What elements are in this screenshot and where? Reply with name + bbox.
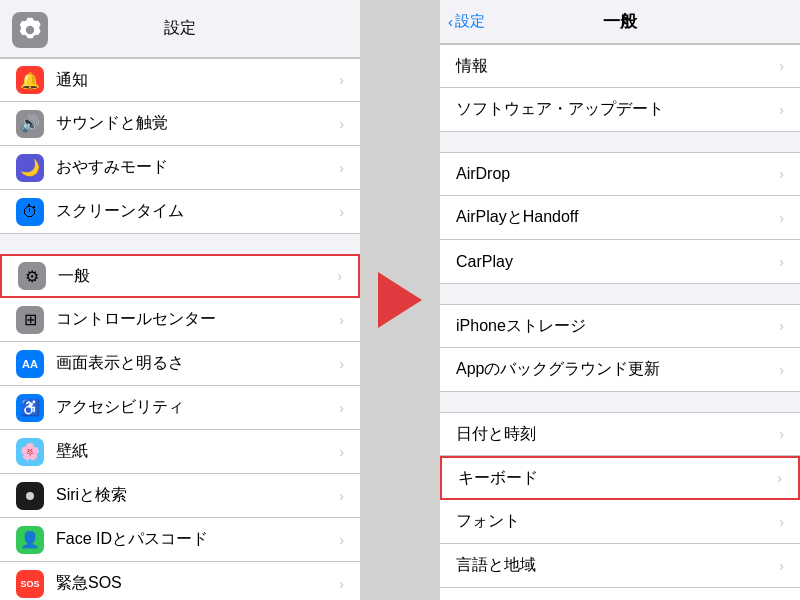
right-group-2: AirDrop › AirPlayとHandoff › CarPlay › <box>440 152 800 284</box>
item-notification[interactable]: 🔔 通知 › <box>0 58 360 102</box>
item-datetime[interactable]: 日付と時刻 › <box>440 412 800 456</box>
svg-point-2 <box>26 492 34 500</box>
chevron-icon: › <box>339 576 344 592</box>
item-dictionary[interactable]: 辞書 › <box>440 588 800 600</box>
chevron-icon: › <box>779 58 784 74</box>
item-wallpaper[interactable]: 🌸 壁紙 › <box>0 430 360 474</box>
screentime-icon: ⏱ <box>16 198 44 226</box>
accessibility-icon: ♿ <box>16 394 44 422</box>
item-language[interactable]: 言語と地域 › <box>440 544 800 588</box>
language-label: 言語と地域 <box>456 555 779 576</box>
datetime-label: 日付と時刻 <box>456 424 779 445</box>
general-icon: ⚙ <box>18 262 46 290</box>
right-panel: ‹ 設定 一般 情報 › ソフトウェア・アップデート › AirDrop › A… <box>440 0 800 600</box>
donotdisturb-label: おやすみモード <box>56 157 335 178</box>
screentime-label: スクリーンタイム <box>56 201 335 222</box>
svg-rect-0 <box>12 12 48 48</box>
software-label: ソフトウェア・アップデート <box>456 99 779 120</box>
item-keyboard[interactable]: キーボード › <box>440 456 800 500</box>
chevron-icon: › <box>779 362 784 378</box>
back-label: 設定 <box>455 12 485 31</box>
display-label: 画面表示と明るさ <box>56 353 335 374</box>
navigation-arrow <box>360 0 440 600</box>
chevron-icon: › <box>339 400 344 416</box>
chevron-icon: › <box>339 444 344 460</box>
accessibility-label: アクセシビリティ <box>56 397 335 418</box>
gap-2 <box>440 284 800 304</box>
right-group-1: 情報 › ソフトウェア・アップデート › <box>440 44 800 132</box>
item-accessibility[interactable]: ♿ アクセシビリティ › <box>0 386 360 430</box>
separator-1 <box>0 234 360 254</box>
chevron-icon: › <box>779 254 784 270</box>
chevron-icon: › <box>339 488 344 504</box>
chevron-icon: › <box>339 160 344 176</box>
sos-icon: SOS <box>16 570 44 598</box>
item-airplay[interactable]: AirPlayとHandoff › <box>440 196 800 240</box>
info-label: 情報 <box>456 56 779 77</box>
right-header: ‹ 設定 一般 <box>440 0 800 44</box>
arrow-right-icon <box>378 272 422 328</box>
left-panel: 設定 🔔 通知 › 🔊 サウンドと触覚 › 🌙 おやすみモード › ⏱ スクリー… <box>0 0 360 600</box>
right-group-3: iPhoneストレージ › Appのバックグラウンド更新 › <box>440 304 800 392</box>
general-label: 一般 <box>58 266 333 287</box>
fonts-label: フォント <box>456 511 779 532</box>
item-background[interactable]: Appのバックグラウンド更新 › <box>440 348 800 392</box>
item-screentime[interactable]: ⏱ スクリーンタイム › <box>0 190 360 234</box>
item-donotdisturb[interactable]: 🌙 おやすみモード › <box>0 146 360 190</box>
chevron-icon: › <box>779 318 784 334</box>
item-iphonestorage[interactable]: iPhoneストレージ › <box>440 304 800 348</box>
chevron-icon: › <box>777 470 782 486</box>
wallpaper-icon: 🌸 <box>16 438 44 466</box>
item-carplay[interactable]: CarPlay › <box>440 240 800 284</box>
item-siri[interactable]: Siriと検索 › <box>0 474 360 518</box>
chevron-icon: › <box>339 116 344 132</box>
item-airdrop[interactable]: AirDrop › <box>440 152 800 196</box>
item-sound[interactable]: 🔊 サウンドと触覚 › <box>0 102 360 146</box>
wallpaper-label: 壁紙 <box>56 441 335 462</box>
right-group-4: 日付と時刻 › キーボード › フォント › 言語と地域 › 辞書 › <box>440 412 800 600</box>
left-header: 設定 <box>0 0 360 58</box>
gap-3 <box>440 392 800 412</box>
chevron-icon: › <box>339 72 344 88</box>
airplay-label: AirPlayとHandoff <box>456 207 779 228</box>
item-sos[interactable]: SOS 緊急SOS › <box>0 562 360 600</box>
item-fonts[interactable]: フォント › <box>440 500 800 544</box>
chevron-icon: › <box>339 312 344 328</box>
chevron-icon: › <box>779 166 784 182</box>
item-software[interactable]: ソフトウェア・アップデート › <box>440 88 800 132</box>
carplay-label: CarPlay <box>456 253 779 271</box>
settings-app-icon <box>8 8 52 52</box>
sos-label: 緊急SOS <box>56 573 335 594</box>
chevron-icon: › <box>779 210 784 226</box>
controlcenter-icon: ⊞ <box>16 306 44 334</box>
siri-icon <box>16 482 44 510</box>
donotdisturb-icon: 🌙 <box>16 154 44 182</box>
notification-label: 通知 <box>56 70 335 91</box>
back-button[interactable]: ‹ 設定 <box>448 12 485 31</box>
siri-label: Siriと検索 <box>56 485 335 506</box>
right-settings-list: 情報 › ソフトウェア・アップデート › AirDrop › AirPlayとH… <box>440 44 800 600</box>
left-settings-list: 🔔 通知 › 🔊 サウンドと触覚 › 🌙 おやすみモード › ⏱ スクリーンタイ… <box>0 58 360 600</box>
group-1: 🔔 通知 › 🔊 サウンドと触覚 › 🌙 おやすみモード › ⏱ スクリーンタイ… <box>0 58 360 234</box>
chevron-icon: › <box>339 204 344 220</box>
item-display[interactable]: AA 画面表示と明るさ › <box>0 342 360 386</box>
chevron-icon: › <box>339 356 344 372</box>
item-info[interactable]: 情報 › <box>440 44 800 88</box>
airdrop-label: AirDrop <box>456 165 779 183</box>
item-controlcenter[interactable]: ⊞ コントロールセンター › <box>0 298 360 342</box>
item-general[interactable]: ⚙ 一般 › <box>0 254 360 298</box>
keyboard-label: キーボード <box>458 468 777 489</box>
sound-icon: 🔊 <box>16 110 44 138</box>
iphonestorage-label: iPhoneストレージ <box>456 316 779 337</box>
display-icon: AA <box>16 350 44 378</box>
gap-1 <box>440 132 800 152</box>
background-label: Appのバックグラウンド更新 <box>456 359 779 380</box>
chevron-icon: › <box>779 102 784 118</box>
sound-label: サウンドと触覚 <box>56 113 335 134</box>
item-faceid[interactable]: 👤 Face IDとパスコード › <box>0 518 360 562</box>
back-chevron-icon: ‹ <box>448 13 453 30</box>
chevron-icon: › <box>779 426 784 442</box>
chevron-icon: › <box>779 514 784 530</box>
left-panel-title: 設定 <box>164 18 196 39</box>
chevron-icon: › <box>779 558 784 574</box>
